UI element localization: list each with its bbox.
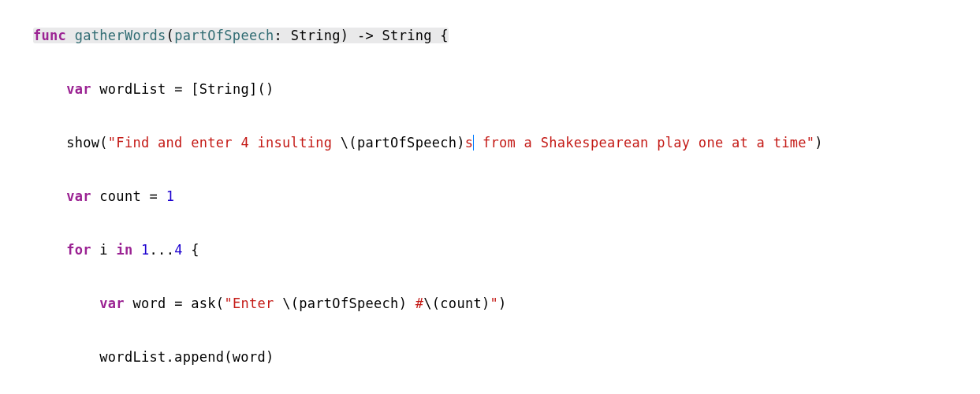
colon: : [274,28,283,43]
function-name: gatherWords [75,28,166,43]
interp-pos: partOfSpeech [299,296,398,311]
open-brace: { [440,28,449,43]
interp-open-3: \( [423,296,440,311]
string-part-2b: from a Shakespearean play one at a time" [474,135,814,151]
bracket-close-call: ]() [249,81,274,97]
array-type: String [199,81,249,97]
open-paren: ( [216,296,225,311]
equals: = [174,296,183,311]
string-end-quote: " [490,296,499,311]
interp-close: ) [456,135,465,151]
close-paren: ) [498,296,507,311]
keyword-for: for [66,242,91,258]
arrow: -> [357,28,374,43]
interp-close-2: ) [399,296,408,311]
number-one: 1 [166,188,175,204]
return-type: String [382,28,432,43]
param-type: String [291,28,341,43]
range-end: 4 [174,242,183,258]
param-name: partOfSpeech [174,28,274,43]
range-op: ... [150,242,175,258]
loop-var: i [99,242,108,258]
close-paren: ) [341,28,349,43]
var-name: wordList [99,81,166,97]
wordlist-call: wordList.append(word) [99,349,274,365]
interp-close-3: ) [482,296,490,311]
string-hash: # [407,296,423,311]
interp-expr: partOfSpeech [357,135,456,151]
var-word: word [132,296,166,311]
equals: = [174,81,183,97]
bracket-open: [ [191,81,199,97]
string-part-1: "Find and enter 4 insulting [108,135,341,151]
keyword-func: func [33,28,66,43]
keyword-var: var [99,296,125,311]
keyword-var: var [66,81,91,97]
range-start: 1 [141,242,150,258]
interp-open-2: \( [282,296,299,311]
open-paren: ( [166,28,175,43]
interp-count: count [440,296,482,311]
string-enter: "Enter [224,296,282,311]
open-paren: ( [99,135,108,151]
keyword-var: var [66,188,91,204]
close-paren: ) [814,135,823,151]
open-brace: { [191,242,199,258]
interp-open: \( [341,135,357,151]
call-show: show [66,135,99,151]
equals: = [150,188,158,204]
keyword-in: in [116,242,132,258]
call-ask: ask [191,296,216,311]
string-part-2a: s [465,135,474,151]
var-name-count: count [99,188,141,204]
